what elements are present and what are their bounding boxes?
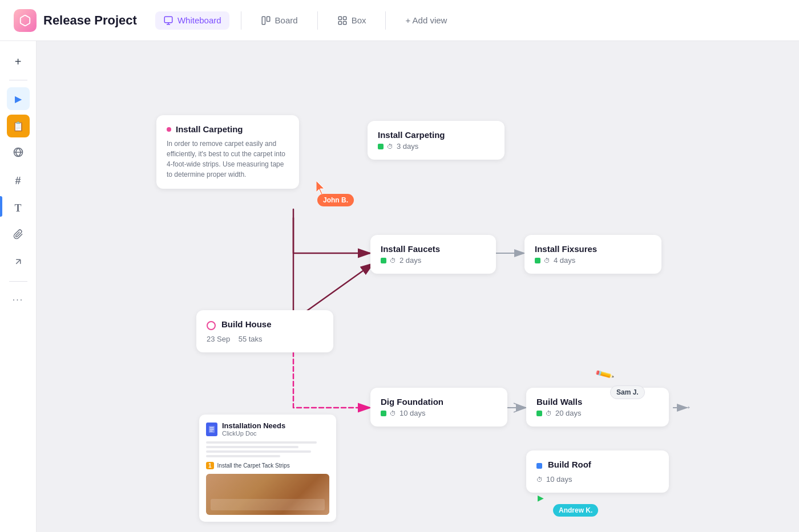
add-button[interactable]: + xyxy=(7,50,30,73)
build-house-card[interactable]: Build House 23 Sep 55 taks xyxy=(196,310,333,352)
add-view-label: + Add view xyxy=(405,15,447,25)
paperclip-icon xyxy=(13,229,23,242)
tab-box[interactable]: Box xyxy=(329,11,374,30)
install-fixsures-card[interactable]: Install Fixsures ⏱ 4 days xyxy=(524,235,661,274)
date-label: 23 Sep xyxy=(207,335,230,343)
days-icon: ⏱ xyxy=(536,476,543,483)
card-meta: ⏱ 4 days xyxy=(535,256,651,265)
sidebar-divider-1 xyxy=(9,80,27,80)
days-icon: ⏱ xyxy=(390,410,396,417)
text-icon: T xyxy=(14,202,21,214)
days-label: 10 days xyxy=(546,475,572,484)
days-label: 4 days xyxy=(554,256,575,265)
tab-board[interactable]: Board xyxy=(253,11,306,30)
sam-badge: Sam J. xyxy=(610,385,645,399)
card-title: Build Roof xyxy=(548,460,591,469)
status-dot-green xyxy=(378,144,384,149)
status-dot-green xyxy=(536,411,542,416)
connectors-svg xyxy=(37,41,799,532)
left-sidebar: + ▶ 📋 # T xyxy=(0,41,37,532)
sidebar-active-indicator xyxy=(0,196,2,217)
dig-foundation-card[interactable]: Dig Foundation ⏱ 10 days xyxy=(370,388,507,427)
days-label: 2 days xyxy=(400,256,421,265)
days-label: 3 days xyxy=(397,142,418,151)
andrew-badge: Andrew K. xyxy=(553,504,598,517)
tab-whiteboard[interactable]: Whiteboard xyxy=(155,11,229,30)
card-meta: ⏱ 10 days xyxy=(536,475,659,484)
install-carpeting-compact-card[interactable]: Install Carpeting ⏱ 3 days xyxy=(368,121,505,160)
status-dot-blue xyxy=(536,463,542,469)
status-dot-green xyxy=(535,258,540,263)
doc-subtitle: ClickUp Doc xyxy=(222,430,285,437)
build-roof-indicator: ▶ xyxy=(538,493,544,502)
days-label: 20 days xyxy=(555,409,582,417)
doc-line xyxy=(206,455,280,457)
card-title: Install Carpeting xyxy=(378,130,494,140)
build-walls-right-arrow: → xyxy=(681,401,692,413)
days-icon: ⏱ xyxy=(546,410,552,417)
nav-divider-3 xyxy=(385,11,386,30)
days-label: 10 days xyxy=(400,409,426,417)
sidebar-divider-2 xyxy=(9,281,27,282)
box-view-icon xyxy=(337,15,348,26)
globe-button[interactable] xyxy=(7,142,30,165)
more-button[interactable]: ··· xyxy=(7,289,30,311)
doc-image-label-row: 1 Install the Carpet Tack Strips xyxy=(206,462,329,469)
tasks-label: 55 taks xyxy=(239,335,263,343)
card-title: Dig Foundation xyxy=(381,397,497,407)
arrow-tool-icon: ▶ xyxy=(15,94,22,104)
arrow2-button[interactable] xyxy=(7,251,30,274)
plus-icon: + xyxy=(15,55,22,68)
days-icon: ⏱ xyxy=(387,143,393,150)
pencil-cursor: ✏️ xyxy=(594,364,615,385)
attachment-button[interactable] xyxy=(7,224,30,247)
card-meta: ⏱ 20 days xyxy=(536,409,659,417)
status-dot-green xyxy=(381,411,386,416)
nav-divider-2 xyxy=(317,11,318,30)
card-expanded-title: Install Carpeting xyxy=(167,124,289,134)
card-title: Install Faucets xyxy=(381,244,486,254)
card-meta: ⏱ 10 days xyxy=(381,409,497,417)
card-title: Build House xyxy=(221,319,272,329)
install-faucets-card[interactable]: Install Faucets ⏱ 2 days xyxy=(370,235,496,274)
tab-whiteboard-label: Whiteboard xyxy=(177,15,221,25)
whiteboard-canvas[interactable]: Install Carpeting In order to remove car… xyxy=(37,41,799,532)
days-icon: ⏱ xyxy=(544,257,550,264)
nav-divider-1 xyxy=(241,11,241,30)
arrow-tool-button[interactable]: ▶ xyxy=(7,87,30,110)
card-meta: ⏱ 2 days xyxy=(381,256,486,265)
tab-board-label: Board xyxy=(275,15,298,25)
doc-image xyxy=(206,474,329,515)
add-view-button[interactable]: + Add view xyxy=(397,11,455,29)
hash-icon: # xyxy=(15,175,21,187)
doc-lines xyxy=(206,441,329,457)
install-carpeting-expanded-card[interactable]: Install Carpeting In order to remove car… xyxy=(156,115,299,189)
card-meta: ⏱ 3 days xyxy=(378,142,494,151)
svg-rect-4 xyxy=(343,17,346,19)
doc-step-label: Install the Carpet Tack Strips xyxy=(217,462,290,469)
doc-line xyxy=(206,446,298,448)
doc-step-number: 1 xyxy=(206,462,214,469)
sticky-note-icon: 📋 xyxy=(13,121,24,132)
doc-header: Installation Needs ClickUp Doc xyxy=(206,421,329,437)
project-title: Release Project xyxy=(43,13,137,28)
canvas-area: + ▶ 📋 # T xyxy=(0,41,799,532)
yellow-tab[interactable]: 📋 xyxy=(7,115,30,137)
topbar: Release Project Whiteboard Board Box + A… xyxy=(0,0,799,41)
doc-line xyxy=(206,441,317,444)
svg-rect-5 xyxy=(338,21,341,24)
card-meta: 23 Sep 55 taks xyxy=(207,335,323,343)
hash-button[interactable]: # xyxy=(7,169,30,192)
doc-icon xyxy=(206,423,217,436)
text-button[interactable]: T xyxy=(7,197,30,220)
svg-rect-0 xyxy=(164,17,172,23)
svg-rect-2 xyxy=(267,17,269,21)
installation-needs-doc[interactable]: Installation Needs ClickUp Doc 1 Install… xyxy=(199,415,336,522)
app-icon xyxy=(14,9,37,32)
svg-rect-3 xyxy=(338,17,341,19)
build-walls-card[interactable]: Build Walls ⏱ 20 days xyxy=(526,388,669,427)
john-badge: John B. xyxy=(317,194,354,206)
svg-rect-1 xyxy=(262,17,265,25)
build-roof-card[interactable]: Build Roof ⏱ 10 days xyxy=(526,450,669,493)
status-dot-green xyxy=(381,258,386,263)
